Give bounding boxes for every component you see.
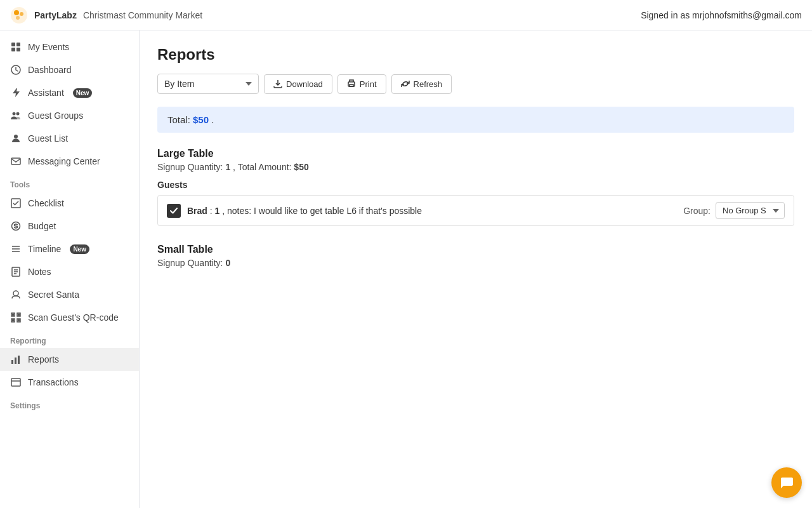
sidebar-item-assistant[interactable]: Assistant New <box>0 81 139 104</box>
report-type-dropdown[interactable]: By Item By Guest By Group <box>157 74 259 94</box>
svg-point-1 <box>14 10 19 15</box>
top-header: PartyLabz Christmast Community Market Si… <box>0 0 812 30</box>
total-amount-value: $50 <box>294 162 308 172</box>
sidebar-item-guest-list[interactable]: Guest List <box>0 127 139 150</box>
sidebar-item-label: Messaging Center <box>28 156 100 166</box>
svg-point-2 <box>20 12 23 16</box>
total-label: Total: <box>167 114 190 125</box>
mail-icon <box>10 156 22 167</box>
download-button[interactable]: Download <box>264 74 332 94</box>
report-section-small-table: Small Table Signup Quantity: 0 <box>157 244 794 268</box>
transactions-icon <box>10 377 22 388</box>
check-icon <box>167 204 181 218</box>
svg-rect-24 <box>13 314 14 316</box>
guest-row: Brad : 1 , notes: I would like to get ta… <box>157 195 794 226</box>
sidebar-item-my-events[interactable]: My Events <box>0 36 139 58</box>
guest-row-right: Group: No Group S <box>683 202 785 219</box>
checklist-icon <box>10 197 22 209</box>
sidebar-item-dashboard[interactable]: Dashboard <box>0 58 139 81</box>
page-title: Reports <box>157 46 794 64</box>
guests-label: Guests <box>157 180 794 190</box>
reporting-section-title: Reporting <box>0 329 139 348</box>
refresh-button[interactable]: Refresh <box>391 74 452 94</box>
sidebar-item-label: Reports <box>28 354 59 364</box>
chat-icon <box>779 475 794 490</box>
print-button[interactable]: Print <box>337 74 386 94</box>
svg-rect-30 <box>18 356 20 364</box>
bolt-icon <box>10 87 22 98</box>
sidebar-item-transactions[interactable]: Transactions <box>0 371 139 394</box>
item-title: Small Table <box>157 244 794 255</box>
refresh-icon <box>401 79 410 88</box>
svg-point-3 <box>16 16 20 20</box>
sidebar-item-budget[interactable]: Budget <box>0 215 139 237</box>
sidebar-item-label: Transactions <box>28 377 79 387</box>
signup-quantity-label: Signup Quantity: <box>157 258 223 268</box>
person-icon <box>10 133 22 144</box>
sidebar-item-messaging[interactable]: Messaging Center <box>0 150 139 173</box>
sidebar-item-label: Assistant <box>28 88 64 98</box>
svg-rect-5 <box>16 43 20 46</box>
group-icon <box>10 110 22 121</box>
sidebar-item-reports[interactable]: Reports <box>0 348 139 371</box>
sidebar-item-label: Budget <box>28 221 56 231</box>
grid-icon <box>10 41 22 53</box>
signup-quantity-value: 1 <box>225 162 230 172</box>
group-label: Group: <box>683 206 710 216</box>
svg-point-11 <box>14 135 18 138</box>
sidebar-item-label: Scan Guest's QR-code <box>28 312 119 323</box>
guest-info: Brad : 1 , notes: I would like to get ta… <box>187 206 422 216</box>
sidebar-item-label: Checklist <box>28 198 64 208</box>
total-amount: $50 <box>193 114 209 125</box>
svg-rect-34 <box>350 84 353 86</box>
chat-bubble-button[interactable] <box>771 467 802 498</box>
sidebar-item-label: Guest Groups <box>28 110 83 121</box>
sidebar-item-notes[interactable]: Notes <box>0 260 139 283</box>
event-name: Christmast Community Market <box>83 10 202 20</box>
download-icon <box>273 79 282 88</box>
notes-icon <box>10 266 22 277</box>
timeline-icon <box>10 243 22 255</box>
svg-rect-12 <box>11 158 20 164</box>
item-meta: Signup Quantity: 1 , Total Amount: $50 <box>157 162 794 172</box>
logo-icon <box>10 6 28 24</box>
secret-santa-icon <box>10 289 22 300</box>
sidebar-item-timeline[interactable]: Timeline New <box>0 237 139 260</box>
toolbar: By Item By Guest By Group Download Print… <box>157 74 794 94</box>
sidebar-item-secret-santa[interactable]: Secret Santa <box>0 283 139 306</box>
app-name: PartyLabz <box>34 10 77 20</box>
total-bar: Total: $50 . <box>157 107 794 133</box>
dashboard-icon <box>10 64 22 76</box>
sidebar-item-label: Secret Santa <box>28 290 79 300</box>
item-title: Large Table <box>157 148 794 159</box>
sidebar-item-label: Guest List <box>28 133 68 144</box>
item-meta: Signup Quantity: 0 <box>157 258 794 268</box>
guest-quantity: : 1 , notes: I would like to get table L… <box>210 206 422 216</box>
svg-rect-26 <box>13 320 14 321</box>
sidebar-item-label: Notes <box>28 267 51 277</box>
total-amount-label: Total Amount: <box>238 162 292 172</box>
new-badge: New <box>70 244 89 254</box>
guest-name: Brad <box>187 206 207 216</box>
sidebar-item-label: My Events <box>28 42 69 52</box>
total-period: . <box>211 114 214 125</box>
report-section-large-table: Large Table Signup Quantity: 1 , Total A… <box>157 148 794 226</box>
new-badge: New <box>73 88 93 98</box>
sidebar-item-checklist[interactable]: Checklist <box>0 192 139 215</box>
bar-chart-icon <box>10 354 22 365</box>
main-content: Reports By Item By Guest By Group Downlo… <box>140 30 812 508</box>
signup-quantity-value: 0 <box>225 258 230 268</box>
svg-point-10 <box>16 112 20 116</box>
settings-section-title: Settings <box>0 394 139 413</box>
svg-rect-4 <box>11 43 15 46</box>
sidebar-item-scan-qr[interactable]: Scan Guest's QR-code <box>0 306 139 329</box>
svg-point-19 <box>13 291 18 296</box>
group-select[interactable]: No Group S <box>716 202 785 219</box>
sidebar-item-guest-groups[interactable]: Guest Groups <box>0 104 139 127</box>
tools-section-title: Tools <box>0 173 139 192</box>
svg-point-9 <box>13 112 16 116</box>
sidebar-item-label: Dashboard <box>28 65 72 75</box>
svg-rect-28 <box>11 360 13 364</box>
sidebar-item-label: Timeline <box>28 244 61 254</box>
signup-quantity-label: Signup Quantity: <box>157 162 223 172</box>
